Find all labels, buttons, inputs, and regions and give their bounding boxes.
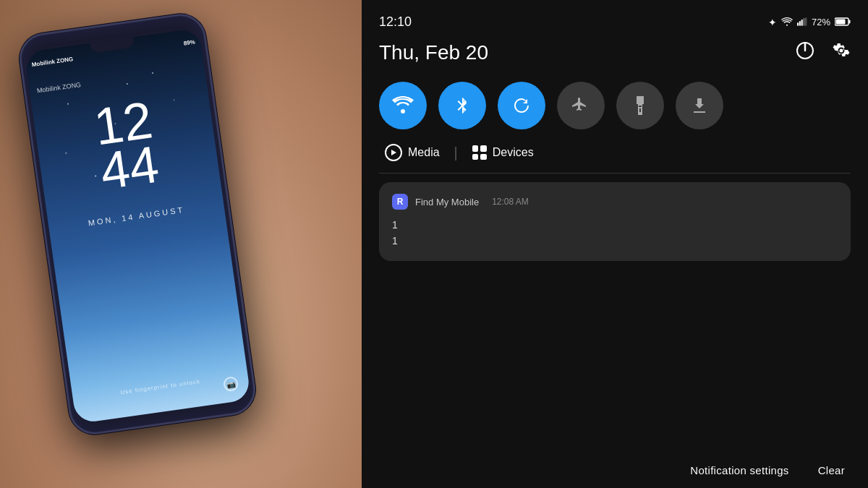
date-row: Thu, Feb 20 <box>379 41 851 64</box>
svg-marker-10 <box>391 150 396 155</box>
quick-settings <box>379 82 851 129</box>
notif-line-1: 1 <box>392 217 838 233</box>
notification-card[interactable]: R Find My Mobile 12:08 AM 1 1 <box>379 182 851 261</box>
notif-line-2: 1 <box>392 233 838 249</box>
signal-strength-icon <box>797 17 807 28</box>
status-time: 12:10 <box>379 14 412 30</box>
devices-button[interactable]: Devices <box>472 145 534 160</box>
status-icons: ✦ 72% <box>768 17 851 28</box>
airplane-tile[interactable] <box>557 82 605 129</box>
settings-button[interactable] <box>832 41 851 64</box>
media-devices-row: Media | Devices <box>379 144 851 161</box>
svg-rect-3 <box>803 18 804 25</box>
date-actions <box>796 41 851 64</box>
bottom-actions: Notification settings Clear <box>379 453 851 488</box>
media-devices-divider: | <box>454 145 458 161</box>
svg-rect-0 <box>797 22 799 25</box>
app-name: Find My Mobile <box>415 197 479 207</box>
svg-rect-2 <box>801 20 803 25</box>
separator <box>379 173 851 174</box>
notification-time: 12:08 AM <box>492 197 529 207</box>
play-icon <box>385 144 402 161</box>
sync-tile[interactable] <box>498 82 545 129</box>
svg-rect-7 <box>836 19 846 24</box>
flashlight-tile[interactable] <box>616 82 664 129</box>
svg-rect-6 <box>849 20 851 23</box>
left-panel: Mobilink ZONG 89% Mobilink ZONG 12 44 MO… <box>0 0 362 488</box>
bluetooth-status-icon: ✦ <box>768 17 777 28</box>
devices-label: Devices <box>493 146 534 159</box>
svg-rect-1 <box>799 21 801 25</box>
battery-icon <box>835 17 851 28</box>
media-label: Media <box>408 146 440 159</box>
svg-rect-4 <box>805 17 807 25</box>
wifi-tile[interactable] <box>379 82 427 129</box>
notification-header: R Find My Mobile 12:08 AM <box>392 194 838 210</box>
media-button[interactable]: Media <box>385 144 440 161</box>
power-share-tile[interactable] <box>676 82 723 129</box>
notification-settings-button[interactable]: Notification settings <box>690 464 788 476</box>
app-icon: R <box>392 194 408 210</box>
notification-body: 1 1 <box>392 217 838 249</box>
wifi-status-icon <box>781 17 793 28</box>
date-display: Thu, Feb 20 <box>379 41 488 64</box>
devices-grid-icon <box>472 145 487 160</box>
right-panel: 12:10 ✦ 72% <box>362 0 868 488</box>
status-bar: 12:10 ✦ 72% <box>379 14 851 30</box>
clear-button[interactable]: Clear <box>818 464 845 476</box>
battery-percentage: 72% <box>812 17 830 27</box>
bluetooth-tile[interactable] <box>438 82 486 129</box>
power-button[interactable] <box>796 41 814 64</box>
